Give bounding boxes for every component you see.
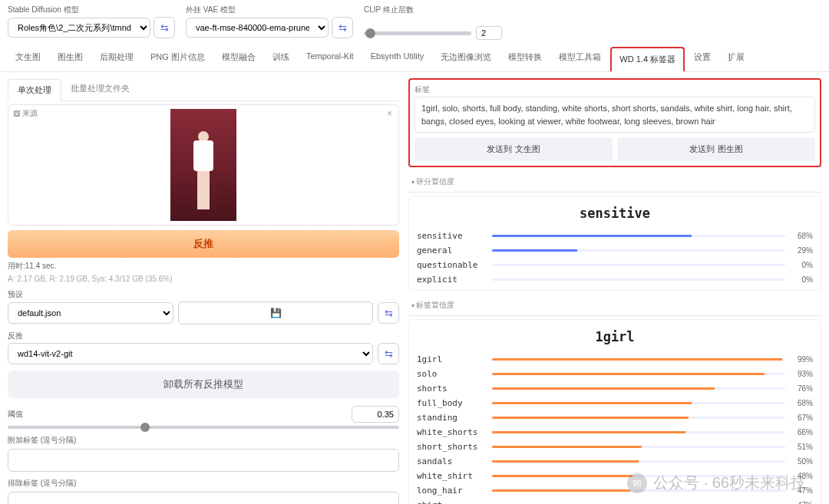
clip-skip-label: CLIP 终止层数 — [364, 5, 502, 15]
tab-10[interactable]: 模型工具箱 — [551, 46, 609, 71]
conf-row: full_body68% — [417, 396, 813, 410]
tags-label: 标签 — [414, 84, 815, 95]
add-tags-input[interactable] — [8, 449, 399, 472]
close-icon[interactable]: × — [387, 108, 392, 119]
source-label: 来源 — [13, 108, 38, 119]
conf-row: standing67% — [417, 410, 813, 425]
tab-13[interactable]: 扩展 — [720, 46, 752, 71]
conf-row: 1girl99% — [417, 352, 813, 367]
threshold-slider[interactable] — [8, 426, 399, 429]
rating-conf-header[interactable]: 评分置信度 — [408, 172, 821, 193]
exclude-tags-label: 排除标签 (逗号分隔) — [8, 478, 399, 489]
tag-conf-header[interactable]: 标签置信度 — [408, 295, 821, 316]
tags-textarea[interactable]: 1girl, solo, shorts, full body, standing… — [414, 97, 815, 133]
tab-11[interactable]: WD 1.4 标签器 — [610, 47, 685, 72]
sd-model-select[interactable]: Roles角色\2_二次元系列\tmndMix_tmndMixVIP — [8, 18, 150, 38]
right-column: 标签 1girl, solo, shorts, full body, stand… — [408, 78, 821, 504]
conf-row: sensitive68% — [417, 229, 813, 243]
watermark: ✉ 公众号 · 66秒未来科技 — [627, 473, 806, 493]
tags-output-box: 标签 1girl, solo, shorts, full body, stand… — [408, 78, 821, 167]
vae-model-select[interactable]: vae-ft-mse-840000-ema-pruned.safetensors — [186, 18, 329, 38]
conf-row: general29% — [417, 243, 813, 258]
exclude-tags-input[interactable] — [8, 492, 399, 504]
clip-skip-input[interactable] — [476, 26, 502, 40]
threshold-input[interactable] — [352, 406, 399, 423]
tab-7[interactable]: Ebsynth Utility — [363, 46, 432, 71]
conf-row: sandals50% — [417, 454, 813, 469]
conf-row: questionable0% — [417, 258, 813, 272]
conf-row: shirt47% — [417, 498, 813, 504]
refresh-icon[interactable]: ⇆ — [154, 17, 175, 38]
tab-8[interactable]: 无边图像浏览 — [433, 46, 499, 71]
preset-select[interactable]: default.json — [8, 302, 173, 324]
vae-model-label: 外挂 VAE 模型 — [186, 5, 353, 15]
conf-row: solo93% — [417, 367, 813, 381]
save-preset-button[interactable]: 💾 — [178, 301, 373, 324]
refresh-interrogator-icon[interactable]: ⇆ — [378, 343, 399, 364]
interrogator-label: 反推 — [8, 331, 399, 341]
conf-row: explicit0% — [417, 272, 813, 287]
time-stat: 用时:11.4 sec. — [8, 261, 399, 272]
tab-0[interactable]: 文生图 — [8, 46, 48, 71]
refresh-icon[interactable]: ⇆ — [332, 17, 353, 38]
rating-title: sensitive — [417, 201, 813, 229]
tab-2[interactable]: 后期处理 — [92, 46, 141, 71]
conf-row: shorts76% — [417, 381, 813, 396]
conf-row: short_shorts51% — [417, 440, 813, 454]
wechat-icon: ✉ — [627, 473, 647, 493]
tab-6[interactable]: Temporal-Kit — [299, 46, 362, 71]
tab-12[interactable]: 设置 — [686, 46, 718, 71]
preset-label: 预设 — [8, 289, 399, 300]
tab-5[interactable]: 训练 — [265, 46, 297, 71]
tab-9[interactable]: 模型转换 — [500, 46, 550, 71]
threshold-label: 阈值 — [8, 409, 23, 420]
send-img2img-button[interactable]: 发送到 图生图 — [617, 137, 815, 161]
unload-button[interactable]: 卸载所有反推模型 — [8, 371, 399, 398]
tab-3[interactable]: PNG 图片信息 — [143, 46, 213, 71]
sub-tabs: 单次处理批量处理文件夹 — [8, 78, 399, 101]
conf-title: 1girl — [417, 324, 813, 352]
source-image-box[interactable]: 来源 × — [8, 104, 399, 226]
tab-4[interactable]: 模型融合 — [214, 46, 263, 71]
rating-panel: sensitive sensitive68%general29%question… — [408, 196, 821, 291]
interrogate-button[interactable]: 反推 — [8, 230, 399, 258]
interrogator-select[interactable]: wd14-vit-v2-git — [8, 343, 373, 364]
main-tabs: 文生图图生图后期处理PNG 图片信息模型融合训练Temporal-KitEbsy… — [0, 46, 829, 72]
top-controls: Stable Diffusion 模型 Roles角色\2_二次元系列\tmnd… — [0, 0, 829, 41]
tab-1[interactable]: 图生图 — [50, 46, 91, 71]
sub-tab-0[interactable]: 单次处理 — [8, 79, 61, 101]
conf-row: white_shorts66% — [417, 425, 813, 440]
uploaded-image — [170, 109, 236, 221]
memory-stat: A: 2.17 GB, R: 2.19 GB, Sys: 4.3/12 GB (… — [8, 275, 399, 283]
sd-model-label: Stable Diffusion 模型 — [8, 5, 175, 15]
send-txt2img-button[interactable]: 发送到 文生图 — [414, 137, 613, 161]
left-column: 单次处理批量处理文件夹 来源 × 反推 用时:11.4 sec. A: 2.17… — [8, 78, 399, 504]
sub-tab-1[interactable]: 批量处理文件夹 — [61, 78, 139, 100]
add-tags-label: 附加标签 (逗号分隔) — [8, 435, 399, 446]
clip-skip-slider[interactable] — [364, 31, 471, 35]
refresh-preset-icon[interactable]: ⇆ — [378, 302, 399, 324]
